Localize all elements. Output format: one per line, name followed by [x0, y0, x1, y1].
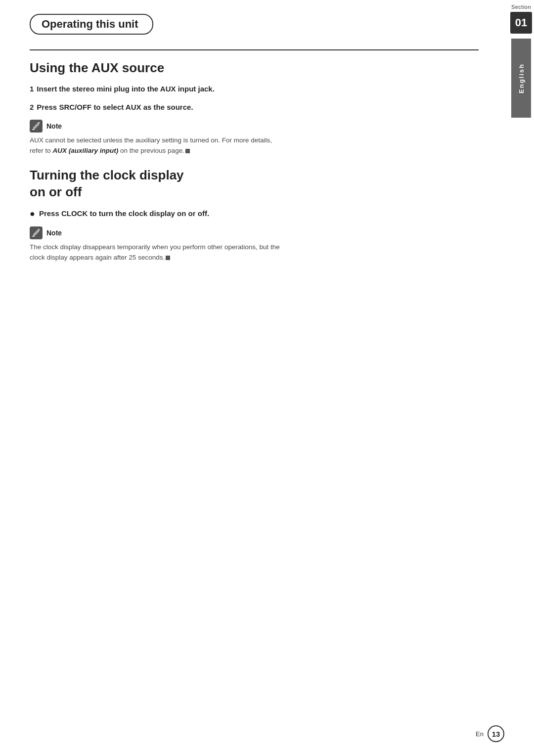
step-1-text: 1Insert the stereo mini plug into the AU…: [30, 85, 215, 93]
section-label: Section: [511, 4, 531, 10]
step-2: 2Press SRC/OFF to select AUX as the sour…: [30, 102, 479, 113]
note-1-text-part2: on the previous page.: [118, 147, 184, 154]
note-2-text: The clock display disappears temporarily…: [30, 242, 287, 263]
clock-heading-line2: on or off: [30, 184, 82, 199]
language-label: English: [518, 63, 525, 93]
note-2-label: Note: [46, 229, 62, 237]
end-marker-1: [185, 149, 190, 153]
aux-section-heading: Using the AUX source: [30, 60, 479, 76]
note-icon-2: [30, 226, 43, 239]
header-divider: [30, 49, 479, 50]
clock-bullet-step: ● Press CLOCK to turn the clock display …: [30, 208, 479, 220]
step-1-body: Insert the stereo mini plug into the AUX…: [37, 85, 214, 93]
svg-rect-1: [32, 236, 35, 237]
step-2-number: 2: [30, 103, 34, 111]
bottom-bar: En 13: [476, 725, 504, 742]
step-2-text: 2Press SRC/OFF to select AUX as the sour…: [30, 103, 193, 111]
language-tab: English: [511, 39, 531, 118]
step-1-number: 1: [30, 85, 34, 93]
header-bar: Operating this unit: [30, 14, 479, 35]
note-icon-1: [30, 120, 43, 133]
section-number: 01: [510, 12, 532, 34]
note-1-label: Note: [46, 122, 62, 130]
note-1-header: Note: [30, 120, 479, 133]
note-1-text-bold: AUX (auxiliary input): [53, 147, 119, 154]
en-label: En: [476, 730, 484, 738]
right-sidebar: Section 01 English: [508, 0, 534, 756]
page-number: 13: [488, 725, 504, 742]
note-2-header: Note: [30, 226, 479, 239]
pencil-icon-2: [32, 229, 40, 237]
clock-bullet-text: Press CLOCK to turn the clock display on…: [39, 208, 209, 220]
note-2-text-body: The clock display disappears temporarily…: [30, 243, 280, 261]
step-2-body: Press SRC/OFF to select AUX as the sourc…: [37, 103, 193, 111]
pencil-icon: [32, 122, 40, 130]
svg-rect-0: [32, 129, 35, 130]
note-1-text: AUX cannot be selected unless the auxili…: [30, 135, 287, 156]
main-content: Operating this unit Using the AUX source…: [0, 0, 508, 274]
page-title: Operating this unit: [30, 14, 153, 35]
note-1: Note AUX cannot be selected unless the a…: [30, 120, 479, 156]
step-1: 1Insert the stereo mini plug into the AU…: [30, 84, 479, 95]
note-2: Note The clock display disappears tempor…: [30, 226, 479, 263]
clock-section-heading: Turning the clock display on or off: [30, 167, 479, 201]
end-marker-2: [166, 256, 170, 260]
bullet-dot: ●: [30, 209, 35, 219]
clock-heading-line1: Turning the clock display: [30, 168, 184, 182]
